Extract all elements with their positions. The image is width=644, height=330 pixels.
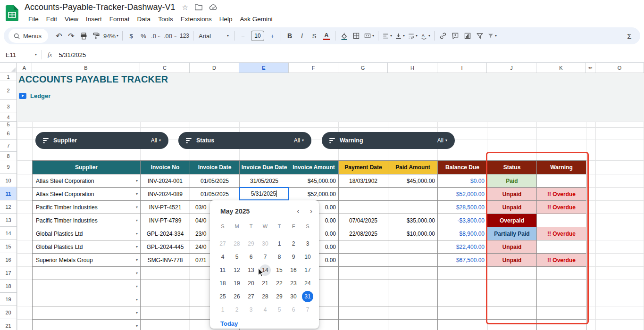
document-title[interactable]: Accounts-Payable-Tracker-Dashway-V1	[25, 2, 175, 12]
cell-E10[interactable]: 31/05/2025	[239, 174, 289, 188]
cell-dropdown-icon[interactable]: ▾	[136, 245, 138, 249]
calendar-day[interactable]: 1	[216, 303, 230, 316]
cell-H12[interactable]	[388, 200, 438, 214]
calendar-day[interactable]: 6	[244, 250, 258, 264]
menu-item-format[interactable]: Format	[106, 14, 134, 24]
table-header-warning[interactable]: Warning	[536, 160, 586, 174]
text-color-button[interactable]: A	[320, 30, 333, 42]
cell-H20[interactable]	[388, 306, 438, 320]
cell-G17[interactable]	[338, 266, 388, 280]
column-header-J[interactable]: J	[487, 63, 536, 73]
calendar-day[interactable]: 10	[301, 250, 315, 264]
calendar-prev-icon[interactable]: ‹	[297, 207, 299, 215]
cell-B12[interactable]: Pacific Timber Industries▾	[32, 200, 141, 214]
cell-K18[interactable]	[536, 280, 586, 293]
calendar-day[interactable]: 16	[286, 264, 301, 277]
menu-item-help[interactable]: Help	[216, 14, 236, 24]
cell-H11[interactable]	[388, 187, 438, 201]
menu-item-view[interactable]: View	[61, 14, 82, 24]
row-header-4[interactable]: 4	[0, 113, 17, 122]
cell-I16[interactable]: $67,500.00	[437, 253, 487, 267]
fill-color-button[interactable]	[338, 30, 350, 42]
table-header-invoice-due-date[interactable]: Invoice Due Date	[239, 160, 289, 174]
cell-G12[interactable]	[338, 200, 388, 214]
calendar-day[interactable]: 11	[216, 264, 230, 277]
menu-item-ask-gemini[interactable]: Ask Gemini	[236, 14, 276, 24]
cell-I18[interactable]	[437, 280, 487, 293]
row-header-12[interactable]: 12	[0, 200, 17, 214]
row-header-10[interactable]: 10	[0, 174, 17, 187]
row-header-7[interactable]: 7	[0, 140, 17, 152]
cell-K10[interactable]	[536, 174, 586, 188]
column-header-H[interactable]: H	[388, 63, 437, 73]
table-header-status[interactable]: Status	[487, 160, 537, 174]
calendar-day[interactable]: 15	[272, 264, 286, 277]
calendar-day[interactable]: 4	[258, 303, 272, 316]
calendar-day[interactable]: 29	[272, 290, 286, 303]
decrease-font-size-button[interactable]: −	[237, 30, 249, 42]
search-menus-button[interactable]: Menus	[8, 29, 48, 43]
cell-K21[interactable]	[536, 319, 586, 330]
cell-B15[interactable]: Global Plastics Ltd▾	[32, 240, 141, 254]
cell-J20[interactable]	[487, 306, 537, 320]
calendar-day[interactable]: 21	[258, 277, 272, 290]
table-header-invoice-amount[interactable]: Invoice Amount	[289, 160, 339, 174]
calendar-day[interactable]: 3	[301, 237, 315, 250]
undo-button[interactable]: ↶	[53, 30, 65, 42]
cell-C10[interactable]: INV-2024-001	[140, 174, 190, 188]
cell-editor-E11[interactable]: 5/31/2025	[239, 187, 289, 200]
cell-dropdown-icon[interactable]: ▾	[136, 231, 138, 236]
paint-format-button[interactable]	[90, 30, 102, 42]
cell-B13[interactable]: Pacific Timber Industries▾	[32, 214, 141, 227]
cell-B11[interactable]: Atlas Steel Corporation▾	[32, 187, 141, 201]
horizontal-align-button[interactable]: ▾	[381, 30, 393, 42]
row-header-19[interactable]: 19	[0, 293, 17, 306]
cell-dropdown-icon[interactable]: ▾	[136, 271, 138, 275]
filter-pill-status[interactable]: Status All▾	[178, 132, 311, 149]
cell-G11[interactable]	[338, 187, 388, 201]
cell-C20[interactable]	[140, 306, 190, 320]
cell-dropdown-icon[interactable]: ▾	[136, 297, 138, 302]
cell-I20[interactable]	[437, 306, 487, 320]
name-box[interactable]: E11 ▾	[0, 47, 42, 62]
calendar-day[interactable]: 12	[230, 264, 244, 277]
cell-I13[interactable]: -$3,800.00	[437, 214, 487, 227]
insert-link-button[interactable]	[437, 30, 449, 42]
cell-F11[interactable]: $52,000.00	[289, 187, 339, 201]
cell-B19[interactable]: ▾	[32, 293, 141, 306]
font-size-input[interactable]: 10	[251, 31, 264, 41]
zoom-control[interactable]: 94% ▾	[102, 30, 120, 42]
calendar-day[interactable]: 24	[301, 277, 315, 290]
format-percent-button[interactable]: %	[137, 30, 150, 42]
filter-views-button[interactable]: ▾	[486, 30, 498, 42]
cell-C15[interactable]: GPL-2024-445	[140, 240, 190, 254]
cell-C16[interactable]: SMG-INV-778	[140, 253, 190, 267]
cell-K16[interactable]: !! Overdue	[536, 253, 586, 267]
row-header-1[interactable]: 1	[0, 73, 17, 81]
cell-G21[interactable]	[338, 319, 388, 330]
calendar-day[interactable]: 19	[230, 277, 244, 290]
cell-J15[interactable]: Unpaid	[487, 240, 537, 254]
cell-K11[interactable]: !! Overdue	[536, 187, 586, 201]
cell-K12[interactable]: !! Overdue	[536, 200, 586, 214]
italic-button[interactable]: I	[296, 30, 308, 42]
calendar-day[interactable]: 27	[216, 237, 230, 250]
cell-dropdown-icon[interactable]: ▾	[136, 284, 138, 289]
cell-I17[interactable]	[437, 266, 487, 280]
cell-dropdown-icon[interactable]: ▾	[136, 311, 138, 315]
cell-H17[interactable]	[388, 266, 438, 280]
cell-H16[interactable]	[388, 253, 438, 267]
cell-J16[interactable]: Unpaid	[487, 253, 537, 267]
cell-C11[interactable]: INV-2024-089	[140, 187, 190, 201]
sheets-logo[interactable]	[6, 5, 18, 21]
column-header-E[interactable]: E	[239, 63, 289, 73]
cell-G20[interactable]	[338, 306, 388, 320]
cell-H13[interactable]: $35,000.00	[388, 214, 438, 227]
text-wrap-button[interactable]: ▾	[406, 30, 419, 42]
menu-item-file[interactable]: File	[25, 14, 42, 24]
cell-I11[interactable]: $52,000.00	[437, 187, 487, 201]
cell-B18[interactable]: ▾	[32, 280, 141, 293]
cell-K15[interactable]	[536, 240, 586, 254]
table-header-balance-due[interactable]: Balance Due	[437, 160, 487, 174]
calendar-day[interactable]: 29	[244, 237, 258, 250]
